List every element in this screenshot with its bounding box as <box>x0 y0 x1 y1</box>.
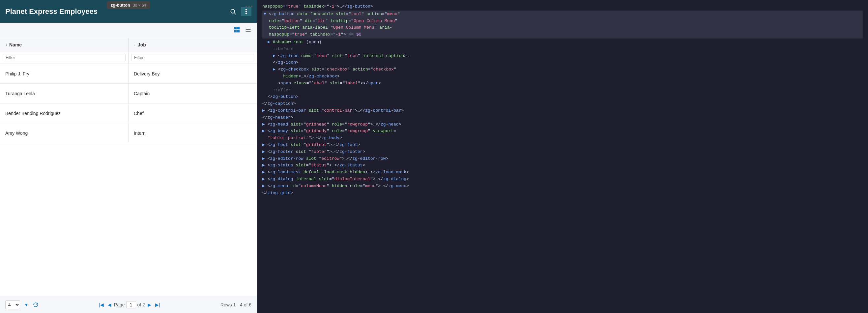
devtools-line: <span class="label" slot="label"></span> <box>262 80 863 87</box>
filter-input-job[interactable] <box>131 54 254 61</box>
devtools-line: </zing-grid> <box>262 190 863 197</box>
data-rows: Philip J. Fry Delivery Boy Turanga Leela… <box>0 64 257 296</box>
page-input[interactable] <box>126 301 136 308</box>
cell-name-1: Turanga Leela <box>0 84 128 103</box>
next-page-button[interactable]: ▶ <box>146 302 153 308</box>
dropdown-arrow-button[interactable]: ▼ <box>23 302 30 308</box>
devtools-line: ▶ <zg-checkbox slot="checkbox" action="c… <box>262 66 863 80</box>
page-size-select[interactable]: 4 10 25 <box>5 301 20 309</box>
svg-point-2 <box>246 9 247 10</box>
devtools-line: </zg-icon> <box>262 59 863 66</box>
page-label: Page <box>114 302 125 307</box>
table-row[interactable]: Turanga Leela Captain <box>0 84 257 103</box>
devtools-line: ▶ <zg-icon name="menu" slot="icon" inter… <box>262 53 863 60</box>
devtools-line: ▶ <zg-load-mask default-load-mask hidden… <box>262 169 863 176</box>
col-label-job: Job <box>138 42 146 48</box>
devtools-line: ▶ <zg-dialog internal slot="dialogIntern… <box>262 176 863 183</box>
menu-icon <box>243 8 249 15</box>
grid-header-icons <box>228 7 251 16</box>
devtools-line: ▶ #shadow-root (open) <box>262 39 863 46</box>
devtools-line: ▶ <zg-body slot="gridbody" role="rowgrou… <box>262 128 863 142</box>
rows-info: Rows 1 - 4 of 6 <box>220 302 251 307</box>
devtools-line: ▶ <zg-control-bar slot="control-bar">…</… <box>262 107 863 114</box>
menu-button[interactable] <box>241 7 251 16</box>
svg-line-1 <box>234 13 236 14</box>
view-toggle <box>0 23 257 38</box>
grid-title: Planet Express Employees <box>5 7 97 16</box>
devtools-content[interactable]: haspopup="true" tabindex="-1">…</zg-butt… <box>257 0 868 313</box>
devtools-line: ▶ <zg-footer slot="footer">…</zg-footer> <box>262 149 863 156</box>
filter-cell-job <box>128 52 257 64</box>
devtools-line: </zg-caption> <box>262 100 863 107</box>
refresh-button[interactable] <box>33 302 38 308</box>
prev-page-button[interactable]: ◀ <box>106 302 113 308</box>
filter-input-name[interactable] <box>3 54 126 61</box>
devtools-line: haspopup="true" tabindex="-1">…</zg-butt… <box>262 3 863 10</box>
cell-name-0: Philip J. Fry <box>0 64 128 83</box>
svg-point-0 <box>231 9 235 13</box>
first-page-button[interactable]: |◀ <box>97 302 105 308</box>
col-label-name: Name <box>9 42 22 48</box>
devtools-selected-line: ▼ <zg-button data-focusable slot="tool" … <box>262 10 863 38</box>
grid-view-button[interactable] <box>232 26 242 35</box>
devtools-line: ▶ <zg-status slot="status">…</zg-status> <box>262 162 863 169</box>
sort-icon-name: ↓ <box>5 42 7 47</box>
svg-rect-8 <box>237 30 240 33</box>
devtools-line: ▶ <zg-editor-row slot="editrow">…</zg-ed… <box>262 156 863 162</box>
cell-name-3: Amy Wong <box>0 123 128 143</box>
devtools-line: ▶ <zg-foot slot="gridfoot">…</zg-foot> <box>262 142 863 149</box>
svg-rect-7 <box>234 30 237 33</box>
devtools-line: </zg-button> <box>262 94 863 100</box>
of-pages: of 2 <box>137 302 145 307</box>
grid-view-icon <box>234 26 240 33</box>
svg-point-3 <box>246 11 247 12</box>
footer-left: 4 10 25 ▼ <box>5 301 38 309</box>
column-headers: ↓ Name ↓ Job <box>0 38 257 52</box>
svg-rect-5 <box>234 27 237 30</box>
sort-icon-job: ↓ <box>134 42 136 47</box>
cell-job-0: Delivery Boy <box>128 64 257 83</box>
filter-row <box>0 52 257 64</box>
devtools-line: ▶ <zg-menu id="columnMenu" hidden role="… <box>262 183 863 190</box>
devtools-line: ▶ <zg-head slot="gridhead" role="rowgrou… <box>262 121 863 128</box>
col-header-name[interactable]: ↓ Name <box>0 38 128 51</box>
last-page-button[interactable]: ▶| <box>154 302 161 308</box>
col-header-job[interactable]: ↓ Job <box>128 38 257 51</box>
refresh-icon <box>33 302 38 308</box>
svg-point-4 <box>246 13 247 14</box>
devtools-line: ::after <box>262 87 863 94</box>
svg-rect-6 <box>237 27 240 30</box>
search-button[interactable] <box>228 7 238 16</box>
cell-job-2: Chef <box>128 103 257 123</box>
grid-panel: zg-button 30 × 64 ••• Planet Express Emp… <box>0 0 257 313</box>
grid-header: Planet Express Employees <box>0 0 257 23</box>
devtools-panel: haspopup="true" tabindex="-1">…</zg-butt… <box>257 0 868 313</box>
table-row[interactable]: Bender Bending Rodriguez Chef <box>0 103 257 123</box>
filter-cell-name <box>0 52 128 64</box>
pagination: |◀ ◀ Page of 2 ▶ ▶| <box>97 301 161 308</box>
cell-job-3: Intern <box>128 123 257 143</box>
cell-name-2: Bender Bending Rodriguez <box>0 103 128 123</box>
list-view-button[interactable] <box>244 26 253 35</box>
table-row[interactable]: Philip J. Fry Delivery Boy <box>0 64 257 84</box>
table-row[interactable]: Amy Wong Intern <box>0 123 257 143</box>
cell-job-1: Captain <box>128 84 257 103</box>
search-icon <box>230 8 236 15</box>
devtools-line: </zg-header> <box>262 114 863 121</box>
devtools-line: ::before <box>262 46 863 53</box>
list-view-icon <box>245 26 251 33</box>
grid-footer: 4 10 25 ▼ |◀ ◀ Page of 2 ▶ ▶| Rows 1 - 4… <box>0 296 257 313</box>
